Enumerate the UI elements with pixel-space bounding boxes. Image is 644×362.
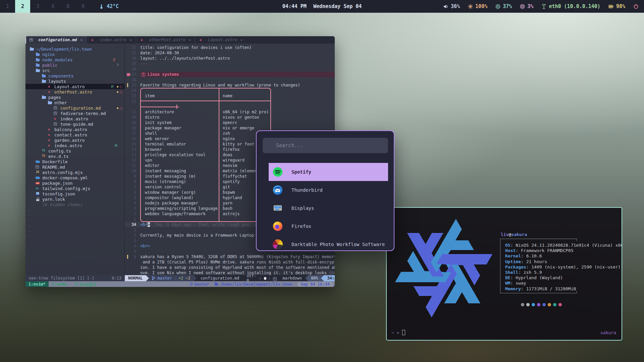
clock-module[interactable]: 04:44 PM Wednesday Sep 04 <box>282 3 362 9</box>
file-type-icon <box>199 37 205 43</box>
network-module[interactable]: eth0 (10.0.0.140) <box>541 3 600 9</box>
git-status-markers: H <box>113 143 122 148</box>
buffer-line: 26 <box>125 77 335 82</box>
tmux-path: /home/liv/Development/liv.town <box>220 282 292 287</box>
tmux-window-active[interactable]: 1:nvim* <box>25 281 49 287</box>
color-dot <box>558 303 562 306</box>
tree-file-row[interactable]: tone-guide.md <box>25 121 124 127</box>
heading-text: Linux systems <box>148 72 179 77</box>
launcher-item-thunderbird[interactable]: Thunderbird <box>269 181 388 199</box>
table-cell-name: bash <box>223 206 232 211</box>
git-status-markers <box>115 175 122 180</box>
tab-close-icon[interactable]: × <box>240 38 243 42</box>
gpu-module[interactable]: 3% <box>520 3 533 9</box>
neotree-file-explorer[interactable]: ~/Development/liv.town nginx node_module… <box>25 44 125 275</box>
table-cell-name: nginx <box>223 136 235 141</box>
tree-file-row[interactable]: components <box>25 73 124 78</box>
launcher-item-displays[interactable]: Displays <box>269 199 388 217</box>
file-type-icon <box>48 137 53 143</box>
git-status-markers <box>115 132 122 137</box>
file-type-icon <box>42 154 47 159</box>
search-input[interactable] <box>263 138 388 153</box>
tree-file-row[interactable]: node_modules E <box>25 57 124 62</box>
table-cell-name: matrix (element <box>223 168 259 174</box>
file-type-icon <box>36 191 41 196</box>
git-status-markers: ? <box>113 62 122 68</box>
buffer-line: 25Favorite things regarding Linux and my… <box>125 82 335 88</box>
tree-file-row[interactable]: balcony.astro <box>25 127 124 132</box>
file-name: public <box>42 63 57 68</box>
shell-prompt[interactable]: ~> <box>391 330 405 335</box>
fastfetch-terminal-window[interactable]: liv@sakura OSNixOS 24.11.20240828.71e91c… <box>386 207 622 341</box>
tree-file-row[interactable]: pages <box>25 95 124 100</box>
tmux-window[interactable]: 3:lazygit <box>71 281 99 287</box>
tree-file-row[interactable]: tailwind.config.mjs <box>25 186 124 191</box>
tree-file-row[interactable]: configuration.md ●□ <box>25 105 124 111</box>
file-name: astro.config.mjs <box>42 170 83 175</box>
fetch-info-line: Memory11731MiB / 31280MiB <box>505 286 622 292</box>
tree-file-row[interactable]: src <box>25 68 124 73</box>
app-launcher[interactable]: Spotify Thunderbird Displays Firefox Dar… <box>256 130 394 251</box>
tree-file-row[interactable]: otherPost.astro ●□ <box>25 89 124 95</box>
tree-file-row[interactable]: public ? <box>25 62 124 68</box>
cpu-module[interactable]: 37% <box>495 3 512 9</box>
git-status-markers: ●□ <box>112 89 122 95</box>
tab-close-icon[interactable]: × <box>80 38 83 42</box>
launcher-item-darktable[interactable]: Darktable Photo Workflow Software <box>269 235 388 251</box>
editor-tab[interactable]: index.astro × <box>87 36 136 44</box>
power-button[interactable] <box>633 4 639 9</box>
tree-file-row[interactable]: yarn.lock <box>25 196 124 202</box>
tree-file-row[interactable]: fediverse-terms.md <box>25 111 124 116</box>
tree-file-row[interactable]: env.d.ts <box>25 154 124 159</box>
tree-file-row[interactable]: package.json <box>25 180 124 186</box>
workspace-button[interactable]: 2 <box>15 0 30 13</box>
file-name: src <box>42 68 50 73</box>
table-cell-name: doas <box>223 152 232 158</box>
tree-file-row[interactable]: contact.astro <box>25 132 124 137</box>
tree-file-row[interactable]: Layout.astro H●□ <box>25 84 124 89</box>
tree-file-row[interactable]: tsconfig.json <box>25 191 124 196</box>
workspace-button[interactable]: 4 <box>45 0 60 13</box>
file-type-icon <box>36 68 41 73</box>
tree-file-row[interactable]: index.astro H <box>25 143 124 148</box>
tree-file-row[interactable]: ~/Development/liv.town <box>25 46 124 52</box>
workspace-button[interactable]: 1 <box>0 0 15 13</box>
workspace-button[interactable]: 9 <box>75 0 91 13</box>
tree-file-row[interactable]: other <box>25 100 124 105</box>
editor-tab[interactable]: otherPost.astro × <box>136 36 195 44</box>
git-status-markers <box>115 127 122 132</box>
tree-file-row[interactable]: (6 hidden items) <box>25 202 124 207</box>
diff-modified: ~2 <box>185 276 190 281</box>
tree-file-row[interactable]: garden.astro <box>25 137 124 143</box>
tab-close-icon[interactable]: × <box>189 38 191 42</box>
tree-file-row[interactable]: Dockerfile <box>25 159 124 164</box>
tree-file-row[interactable]: config.ts <box>25 148 124 154</box>
file-type-icon <box>42 78 47 84</box>
status-bar: 123489 42°C 04:44 PM Wednesday Sep 04 36… <box>0 0 644 13</box>
file-name: index.astro <box>60 116 88 121</box>
tab-close-icon[interactable]: × <box>130 38 132 42</box>
tree-file-row[interactable]: README.md <box>25 164 124 170</box>
table-cell-name: neovim <box>223 163 237 168</box>
tmux-window[interactable]: 2:node- <box>49 281 72 287</box>
tree-file-row[interactable]: index.astro <box>25 116 124 121</box>
file-name: configuration.md <box>60 106 101 111</box>
workspace-button[interactable]: 8 <box>60 0 75 13</box>
editor-tab[interactable]: Layout.astro × <box>195 36 247 44</box>
editor-tab[interactable]: configuration.md × <box>25 36 87 44</box>
fetch-user-host: liv@sakura <box>501 232 527 237</box>
file-type-icon <box>42 148 47 154</box>
tab-label: index.astro <box>100 38 126 42</box>
tree-file-row[interactable]: astro.config.mjs <box>25 170 124 175</box>
battery-module[interactable]: 98% <box>608 3 625 9</box>
tree-file-row[interactable]: layouts <box>25 78 124 84</box>
launcher-item-firefox[interactable]: Firefox <box>269 217 388 235</box>
tree-file-row[interactable]: docker-compose.yml <box>25 175 124 180</box>
launcher-item-spotify[interactable]: Spotify <box>269 163 388 181</box>
git-status-markers <box>115 95 122 100</box>
workspace-button[interactable]: 3 <box>30 0 45 13</box>
tree-file-row[interactable]: nginx <box>25 52 124 57</box>
brightness-module[interactable]: 100% <box>468 3 487 9</box>
table-cell-item: web server <box>145 136 169 141</box>
volume-module[interactable]: 36% <box>443 3 460 9</box>
